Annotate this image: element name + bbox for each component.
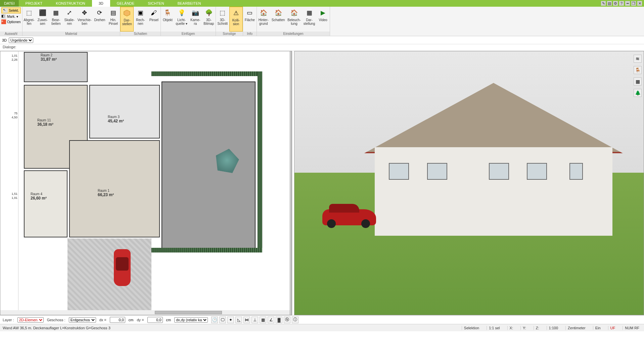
btn-flaeche[interactable]: ▭Fläche <box>243 7 257 32</box>
btn-hin-pinsel[interactable]: ▤Hin. Pinsel <box>106 7 120 32</box>
clock-icon[interactable]: 🕒 <box>211 317 218 323</box>
hedge-right <box>258 71 262 252</box>
btn-pinsel[interactable]: 🖌Pinsel <box>147 7 160 32</box>
btn-zuweisen[interactable]: ⬛Zuwei- sen <box>36 7 49 32</box>
coord-mode-select[interactable]: dx,dy (relativ ka <box>174 317 208 323</box>
info-small-icon[interactable]: ⓘ <box>292 317 298 323</box>
plan-view[interactable]: 1,01 2,26 75 4,50 1,51 1,91 Raum 231,87 … <box>0 51 292 315</box>
north-icon[interactable]: Ⓝ <box>284 317 290 323</box>
cursor-icon: ↖ <box>3 8 8 13</box>
room-3-label: Raum 345,42 m² <box>108 115 124 123</box>
status-ein: Ein <box>593 326 603 330</box>
plan-scrollbar[interactable] <box>0 310 292 315</box>
btn-darstellen[interactable]: Dar- stellen <box>120 7 134 32</box>
snap-angle-icon[interactable]: ∠ <box>268 317 274 323</box>
chair-icon: 🪑 <box>163 8 172 17</box>
calc-icon: ▣ <box>136 8 145 17</box>
play-icon: ▶ <box>318 8 328 17</box>
terrace <box>162 81 256 249</box>
hedge-bottom <box>151 248 262 252</box>
snap-point-icon[interactable]: ✦ <box>227 317 234 323</box>
status-selection: Selektion <box>462 326 481 330</box>
mode-label: 3D <box>2 38 7 42</box>
room-2-label: Raum 231,87 m² <box>41 53 57 62</box>
options-button[interactable]: + Optionen <box>1 19 21 24</box>
btn-verschieben[interactable]: ✥Verschie- ben <box>76 7 93 32</box>
brush-icon: 🖌 <box>149 8 158 17</box>
tab-3d[interactable]: 3D <box>92 0 110 7</box>
tree-side-icon[interactable]: 🌲 <box>634 89 642 97</box>
btn-3d-schnitt[interactable]: ⬚3D- Schnitt <box>216 7 229 32</box>
terrain-select[interactable]: Urgelände <box>9 38 33 43</box>
btn-video[interactable]: ▶Video <box>316 7 330 32</box>
status-bar: Wand AW 36,5 m. Deckenauflager L=Konstru… <box>0 324 644 331</box>
palette-icon[interactable]: ▦ <box>634 77 642 86</box>
move-icon: ✥ <box>80 8 89 17</box>
snap-edge-icon[interactable]: ◺ <box>235 317 242 323</box>
btn-darstellung[interactable]: ▦Dar- stellung <box>302 7 316 32</box>
btn-objekt[interactable]: 🪑Objekt <box>161 7 174 32</box>
mark-tool[interactable]: ◧ Mark.▾ <box>1 14 21 19</box>
help-icon[interactable]: ? <box>619 1 624 6</box>
snap-icon-row: 🕒 🖵 ✦ ◺ ⋈ ⊥ ▦ ∠ ▓ Ⓝ ⓘ <box>211 317 298 323</box>
tab-gelaende[interactable]: GELÄNDE <box>110 0 141 7</box>
section-icon: ⬚ <box>218 8 227 17</box>
tab-projekt[interactable]: PROJEKT <box>19 0 49 7</box>
box-icon[interactable]: ▧ <box>607 1 612 6</box>
house-light-icon: 🏠 <box>289 8 299 17</box>
floor-select[interactable]: Erdgeschos <box>69 317 96 323</box>
tab-sichten[interactable]: SICHTEN <box>141 0 171 7</box>
layers-icon[interactable]: ≋ <box>634 55 642 63</box>
plan-scrollbar-thumb[interactable] <box>155 311 222 314</box>
lower-toolbar: Layer : 2D-Elemen Geschoss : Erdgeschos … <box>0 315 644 324</box>
window-minimize-icon[interactable]: ━ <box>625 1 630 6</box>
status-unit: Zentimeter <box>565 326 588 330</box>
btn-lichtquelle[interactable]: 💡Licht- quelle ▾ <box>174 7 188 32</box>
snap-grid-icon[interactable]: ▦ <box>260 317 266 323</box>
view-splitter[interactable] <box>290 51 292 315</box>
status-scale: 1:100 <box>547 326 560 330</box>
rotate-icon: ⟳ <box>95 8 104 17</box>
btn-hintergrund[interactable]: 🏠Hinter- grund <box>257 7 270 32</box>
group-label-material: Material <box>22 32 120 36</box>
ribbon-group-schatten: Dar- stellen ▣Rech- nen 🖌Pinsel Schatten <box>120 7 161 36</box>
area-icon: ▭ <box>245 8 255 17</box>
dy-unit: cm <box>166 318 171 322</box>
pencil-icon[interactable]: ✎ <box>601 1 606 6</box>
snap-mid-icon[interactable]: ⋈ <box>243 317 250 323</box>
btn-abgreifen[interactable]: ⬚Abgrei- fen <box>22 7 36 32</box>
window-restore-icon[interactable]: ❐ <box>631 1 636 6</box>
btn-schatten-set[interactable]: 🏠Schatten <box>270 7 286 32</box>
monitor-icon[interactable]: 🖵 <box>219 317 226 323</box>
btn-beleuchtung[interactable]: 🏠Beleuch- tung <box>286 7 302 32</box>
room-4-label: Raum 426,60 m² <box>31 192 47 201</box>
sub-toolbar: 3D Urgelände <box>0 36 644 44</box>
grid-toggle-icon[interactable]: ▓ <box>276 317 282 323</box>
layer-select[interactable]: 2D-Elemen <box>17 317 44 323</box>
status-x: X: <box>507 326 515 330</box>
select-tool[interactable]: ↖ Selekt. <box>1 7 21 13</box>
3d-view[interactable]: ≋ 🪑 ▦ 🌲 <box>294 51 644 315</box>
snap-perp-icon[interactable]: ⊥ <box>251 317 258 323</box>
furniture-icon[interactable]: 🪑 <box>634 66 642 74</box>
window-close-icon[interactable]: ✕ <box>637 1 642 6</box>
tab-konstruktion[interactable]: KONSTRUKTION <box>49 0 92 7</box>
ruler-left: 1,01 2,26 75 4,50 1,51 1,91 <box>0 51 18 315</box>
btn-drehen[interactable]: ⟳Drehen <box>93 7 107 32</box>
btn-bearbeiten[interactable]: ▦Bear- beiten <box>49 7 63 32</box>
btn-kamera[interactable]: 📷Kame- ra <box>189 7 202 32</box>
tab-datei[interactable]: DATEI <box>0 0 19 7</box>
btn-rechnen[interactable]: ▣Rech- nen <box>134 7 147 32</box>
dx-input[interactable] <box>110 317 125 323</box>
assign-icon: ⬛ <box>38 8 47 17</box>
wall <box>375 147 612 236</box>
status-left: Wand AW 36,5 m. Deckenauflager L=Konstru… <box>3 326 110 330</box>
btn-skalieren[interactable]: ⤢Skalie- ren <box>63 7 76 32</box>
collision-icon: ⚠ <box>231 8 241 18</box>
status-z: Z: <box>534 326 541 330</box>
btn-3d-bitmap[interactable]: 🌳3D- Bitmap <box>202 7 216 32</box>
tab-bearbeiten[interactable]: BEARBEITEN <box>171 0 208 7</box>
gear-icon[interactable]: ⚙ <box>613 1 618 6</box>
btn-kollision[interactable]: ⚠Kolli- sion <box>229 7 243 32</box>
dy-input[interactable] <box>147 317 163 323</box>
